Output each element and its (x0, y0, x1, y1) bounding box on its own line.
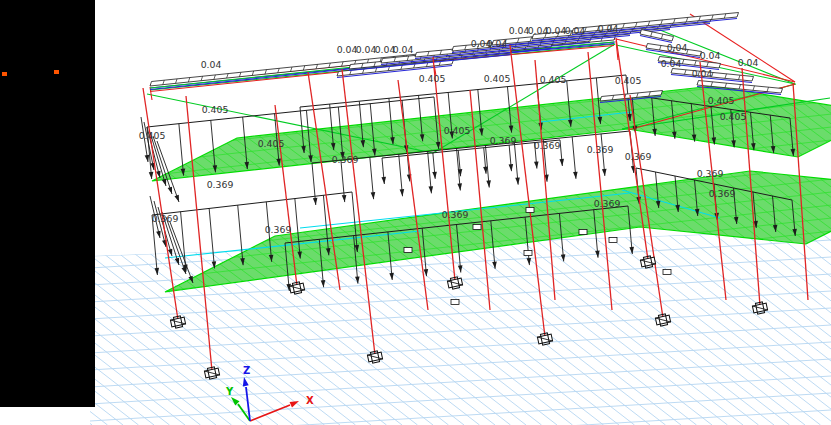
load-label: 0.369 (587, 144, 614, 155)
load-label: 0.369 (490, 135, 517, 146)
load-label: 0.405 (139, 130, 166, 141)
load-label: 0.369 (709, 188, 736, 199)
load-label: 0.369 (332, 154, 359, 165)
load-label: 0.04 (661, 58, 682, 69)
load-label: 0.405 (540, 74, 567, 85)
load-label: 0.04 (546, 25, 567, 36)
load-label: 0.405 (615, 75, 642, 86)
load-label: 0.405 (258, 138, 285, 149)
load-label: 0.369 (265, 224, 292, 235)
load-label: 0.04 (738, 57, 759, 68)
load-label: 0.04 (201, 59, 222, 70)
load-label: 0.369 (594, 198, 621, 209)
structural-analysis-viewport: 0.040.040.040.040.040.040.040.040.040.04… (0, 0, 831, 425)
load-label: 0.369 (625, 151, 652, 162)
left-toolbar-panel (0, 0, 95, 407)
toolbar-indicator-dot (54, 70, 59, 74)
load-label: 0.04 (565, 25, 586, 36)
load-label: 0.04 (667, 42, 688, 53)
load-label: 0.04 (393, 44, 414, 55)
load-label: 0.04 (509, 25, 530, 36)
load-label: 0.405 (419, 73, 446, 84)
z-axis-label: Z (243, 365, 250, 376)
load-label: 0.405 (708, 95, 735, 106)
load-label: 0.369 (152, 213, 179, 224)
model-view-canvas[interactable]: 0.040.040.040.040.040.040.040.040.040.04… (0, 0, 831, 425)
load-label: 0.04 (337, 44, 358, 55)
load-label: 0.04 (487, 38, 508, 49)
load-label: 0.405 (202, 104, 229, 115)
load-label: 0.04 (356, 44, 377, 55)
load-label: 0.405 (444, 125, 471, 136)
load-label: 0.04 (598, 23, 619, 34)
load-label: 0.04 (700, 50, 721, 61)
load-label: 0.405 (720, 111, 747, 122)
toolbar-indicator-dot (2, 72, 7, 76)
x-axis-label: X (306, 395, 314, 406)
load-label: 0.04 (692, 68, 713, 79)
load-label: 0.405 (484, 73, 511, 84)
load-label: 0.369 (534, 140, 561, 151)
load-label: 0.369 (207, 179, 234, 190)
load-label: 0.369 (697, 168, 724, 179)
load-label: 0.369 (442, 209, 469, 220)
y-axis-label: Y (225, 386, 234, 397)
